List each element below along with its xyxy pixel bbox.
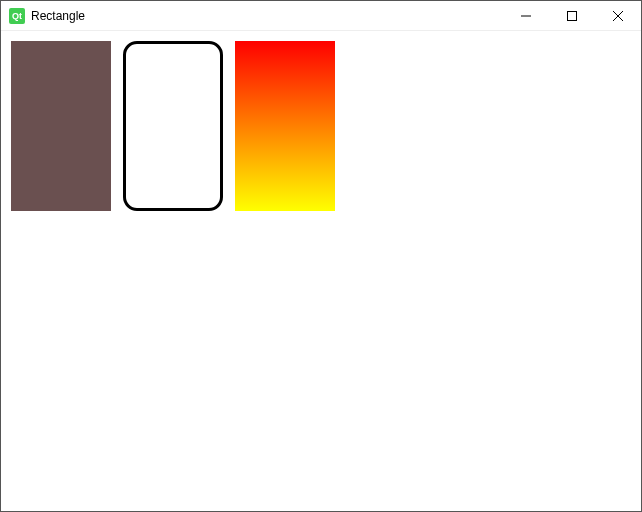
minimize-icon [521,11,531,21]
title-left: Qt Rectangle [9,8,85,24]
svg-rect-0 [568,11,577,20]
titlebar: Qt Rectangle [1,1,641,31]
app-window: Qt Rectangle [0,0,642,512]
close-icon [613,11,623,21]
maximize-button[interactable] [549,1,595,30]
client-area [1,31,641,511]
rect-gradient [235,41,335,211]
qt-icon: Qt [9,8,25,24]
qt-icon-label: Qt [12,11,22,21]
rect-outlined [123,41,223,211]
window-title: Rectangle [31,9,85,23]
minimize-button[interactable] [503,1,549,30]
rect-solid [11,41,111,211]
maximize-icon [567,11,577,21]
window-controls [503,1,641,30]
close-button[interactable] [595,1,641,30]
